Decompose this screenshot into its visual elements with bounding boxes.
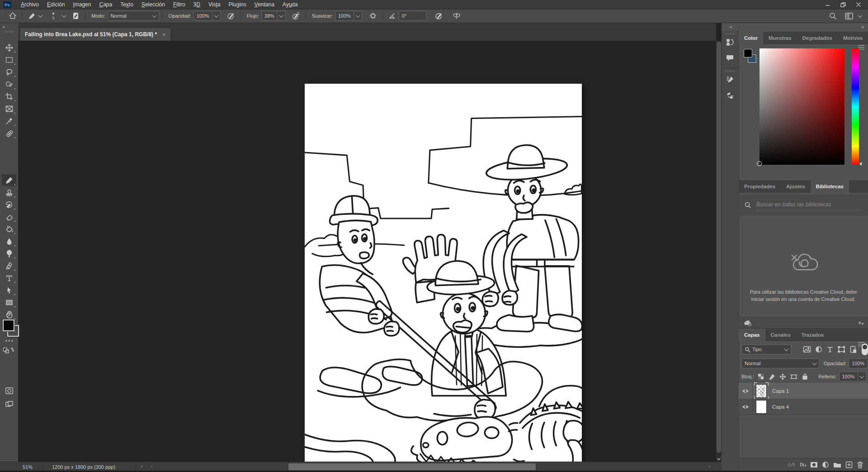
- menu-item-ayuda[interactable]: Ayuda: [278, 1, 302, 8]
- tool-rectangular-marquee[interactable]: [2, 54, 16, 66]
- layer-name[interactable]: Capa 4: [772, 404, 789, 410]
- new-adjustment-layer-icon[interactable]: [822, 461, 829, 468]
- add-library-plus-icon[interactable]: +▾: [858, 319, 863, 326]
- lock-pixels-icon[interactable]: [769, 373, 775, 380]
- restore-button[interactable]: [836, 0, 850, 9]
- tool-spot-healing-brush[interactable]: [2, 127, 16, 139]
- tab-color[interactable]: Color: [739, 32, 763, 44]
- toolbar-grip[interactable]: [4, 31, 14, 33]
- tool-hand[interactable]: [2, 309, 16, 320]
- layer-row-capa-4[interactable]: Capa 4: [739, 399, 868, 415]
- opacity-value[interactable]: 100%: [193, 11, 212, 21]
- screen-mode-icon[interactable]: [2, 398, 16, 410]
- tab-degradados[interactable]: Degradados: [797, 32, 838, 44]
- smoothing-value[interactable]: 100%: [335, 11, 354, 21]
- tab-bibliotecas[interactable]: Bibliotecas: [811, 180, 849, 193]
- brush-angle-value[interactable]: 0°: [399, 11, 427, 21]
- color-saturation-brightness-field[interactable]: [760, 48, 844, 165]
- new-group-folder-icon[interactable]: [833, 462, 841, 468]
- brush-settings-panel-icon[interactable]: [722, 72, 739, 87]
- foreground-color-swatch[interactable]: [3, 319, 14, 331]
- tool-presets-panel-icon[interactable]: [722, 87, 739, 103]
- lock-artboard-icon[interactable]: [790, 373, 797, 380]
- paint-symmetry-butterfly-icon[interactable]: [450, 10, 463, 21]
- menu-item-seleccion[interactable]: Selección: [137, 1, 169, 8]
- tool-eraser[interactable]: [2, 211, 16, 223]
- tab-canales[interactable]: Canales: [765, 329, 796, 341]
- document-canvas[interactable]: [305, 84, 582, 472]
- chevron-down-icon[interactable]: [62, 13, 66, 18]
- layer-visibility-eye-icon[interactable]: [739, 383, 753, 399]
- layer-opacity-value[interactable]: 100%: [849, 358, 867, 368]
- menu-item-archivo[interactable]: Archivo: [17, 1, 43, 8]
- layer-row-capa-1[interactable]: Capa 1: [739, 383, 868, 399]
- smoothing-dropdown-chevron[interactable]: [354, 11, 362, 21]
- tool-shape-rectangle[interactable]: [2, 296, 16, 308]
- layer-fill-value[interactable]: 100%: [839, 372, 858, 381]
- horizontal-scrollbar-thumb[interactable]: [288, 463, 536, 470]
- workspace-switcher-icon[interactable]: [842, 10, 856, 21]
- hue-slider[interactable]: [852, 48, 859, 165]
- tool-frame[interactable]: [2, 103, 16, 114]
- brush-tip-preview[interactable]: 5: [48, 10, 59, 21]
- brush-preset-icon[interactable]: [26, 10, 44, 21]
- tool-crop[interactable]: [2, 91, 16, 102]
- smoothing-options-gear-icon[interactable]: [367, 10, 379, 21]
- layer-blend-mode-select[interactable]: Normal: [741, 358, 819, 368]
- tab-ajustes[interactable]: Ajustes: [781, 180, 811, 193]
- menu-item-texto[interactable]: Texto: [116, 1, 137, 8]
- flow-value[interactable]: 38%: [261, 11, 277, 21]
- minimize-button[interactable]: [821, 0, 835, 9]
- tool-history-brush[interactable]: [2, 199, 16, 210]
- filter-type-layers-icon[interactable]: [826, 346, 833, 353]
- filter-adjustment-layers-icon[interactable]: [815, 346, 822, 353]
- libraries-search-input[interactable]: [755, 199, 863, 210]
- comments-panel-icon[interactable]: [722, 50, 739, 66]
- lock-transparency-icon[interactable]: [758, 373, 764, 380]
- menu-item-capa[interactable]: Capa: [95, 1, 116, 8]
- hscroll-right-arrow[interactable]: ›: [709, 464, 710, 469]
- layer-thumbnail[interactable]: [756, 384, 767, 398]
- vertical-scrollbar-thumb[interactable]: [717, 42, 721, 453]
- airbrush-icon[interactable]: [289, 10, 302, 21]
- menu-item-filtro[interactable]: Filtro: [169, 1, 189, 8]
- vertical-scrollbar[interactable]: [716, 41, 722, 462]
- filter-smart-objects-icon[interactable]: [849, 346, 856, 353]
- menu-item-edicion[interactable]: Edición: [43, 1, 69, 8]
- chevron-down-icon[interactable]: [858, 13, 863, 18]
- tab-capas[interactable]: Capas: [739, 329, 765, 341]
- filter-pixel-layers-icon[interactable]: [803, 346, 811, 353]
- tool-object-selection[interactable]: [2, 78, 16, 90]
- color-field-picker-circle[interactable]: [757, 161, 762, 166]
- tool-type[interactable]: [2, 272, 16, 284]
- history-panel-icon[interactable]: [722, 35, 739, 50]
- close-button[interactable]: [852, 0, 865, 9]
- link-layers-icon[interactable]: [788, 462, 796, 468]
- layer-fill-chevron[interactable]: [858, 372, 866, 381]
- tool-pen[interactable]: [2, 260, 16, 272]
- zoom-level[interactable]: 51%: [23, 464, 33, 470]
- menu-item-imagen[interactable]: Imagen: [69, 1, 95, 8]
- tab-motivos[interactable]: Motivos: [838, 32, 868, 44]
- layer-name[interactable]: Capa 1: [772, 388, 789, 394]
- menu-item-vista[interactable]: Vista: [204, 1, 224, 8]
- quick-mask-mode-icon[interactable]: [2, 385, 16, 396]
- layer-filter-select[interactable]: Tipo: [741, 344, 791, 354]
- tool-clone-stamp[interactable]: [2, 186, 16, 198]
- tab-propiedades[interactable]: Propiedades: [739, 180, 781, 193]
- delete-layer-trash-icon[interactable]: [857, 461, 863, 468]
- document-tab[interactable]: Falling into Brea Lake.psd al 51% (Capa …: [20, 28, 170, 41]
- document-tab-close-icon[interactable]: ×: [162, 31, 166, 38]
- search-icon[interactable]: [826, 10, 840, 21]
- toolbar-expand-chevrons[interactable]: »: [0, 23, 18, 29]
- dock-collapse-left-chevrons[interactable]: «: [730, 24, 732, 29]
- tool-eyedropper[interactable]: [2, 115, 16, 127]
- layer-thumbnail[interactable]: [756, 400, 767, 414]
- tab-muestras[interactable]: Muestras: [763, 32, 797, 44]
- tool-dodge[interactable]: [2, 248, 16, 259]
- flow-dropdown-chevron[interactable]: [277, 11, 286, 21]
- layer-visibility-eye-icon[interactable]: [739, 399, 753, 415]
- pressure-opacity-icon[interactable]: [224, 10, 237, 21]
- menu-item-ventana[interactable]: Ventana: [250, 1, 278, 8]
- tool-brush[interactable]: [2, 174, 16, 186]
